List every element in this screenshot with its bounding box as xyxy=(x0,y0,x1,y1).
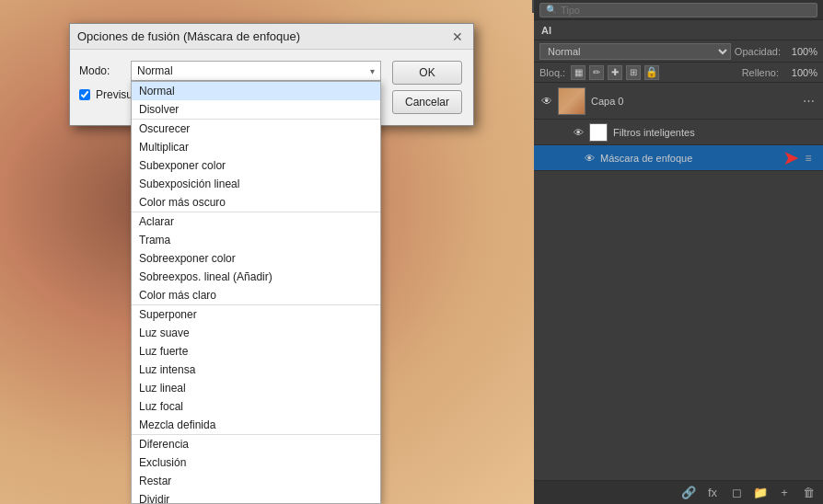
right-panel: 🔍 AI Normal Opacidad: 100% Bloq.: ▦ ✏ ✚ … xyxy=(534,0,823,504)
dropdown-item-dividir[interactable]: Dividir xyxy=(132,490,380,504)
dropdown-item-restar[interactable]: Restar xyxy=(132,472,380,490)
dialog-left: Modo: Normal ▾ Normal Disolver xyxy=(79,61,381,114)
sublayer-name-mascara: Máscara de enfoque xyxy=(600,153,779,164)
lock-position-button[interactable]: ✚ xyxy=(608,65,622,80)
dialog-close-button[interactable]: ✕ xyxy=(449,29,466,45)
dropdown-item-oscurecer[interactable]: Oscurecer xyxy=(132,120,380,138)
blend-options-dialog: Opciones de fusión (Máscara de enfoque) … xyxy=(69,23,474,126)
layers-bottom: 🔗 fx ◻ 📁 + 🗑 xyxy=(534,480,823,504)
dialog-right: OK Cancelar xyxy=(390,61,464,114)
sublayer-thumb-smart-filters xyxy=(589,123,608,142)
ok-button[interactable]: OK xyxy=(392,61,462,85)
preview-checkbox[interactable] xyxy=(79,89,90,100)
top-bar: 🔍 xyxy=(534,0,823,20)
layer-item-capa0[interactable]: 👁 Capa 0 ⋯ xyxy=(534,83,823,120)
dropdown-item-trama[interactable]: Trama xyxy=(132,231,380,249)
dropdown-item-multiplicar[interactable]: Multiplicar xyxy=(132,138,380,156)
dropdown-item-luz-focal[interactable]: Luz focal xyxy=(132,397,380,416)
dropdown-item-exclusion[interactable]: Exclusión xyxy=(132,453,380,472)
dropdown-list[interactable]: Normal Disolver Oscurecer Multiplicar Su… xyxy=(131,81,381,504)
layer-item-smart-filters[interactable]: 👁 Filtros inteligentes xyxy=(534,120,823,145)
link-layers-button[interactable]: 🔗 xyxy=(679,484,698,502)
dropdown-item-superponer[interactable]: Superponer xyxy=(132,305,380,324)
cancel-button[interactable]: Cancelar xyxy=(392,90,462,114)
mode-label: Modo: xyxy=(79,64,125,77)
lock-all-button[interactable]: 🔒 xyxy=(644,65,659,80)
layer-thumb-capa0 xyxy=(558,87,585,115)
add-style-button[interactable]: fx xyxy=(703,484,722,502)
dropdown-item-sobreexponer-color[interactable]: Sobreexponer color xyxy=(132,249,380,268)
dropdown-group-4: Superponer Luz suave Luz fuerte Luz inte… xyxy=(132,305,380,435)
sublayer-name-smart-filters: Filtros inteligentes xyxy=(613,127,817,138)
sublayer-settings-mascara[interactable]: ≡ xyxy=(799,149,817,167)
dropdown-item-luz-suave[interactable]: Luz suave xyxy=(132,324,380,342)
lock-image-button[interactable]: ✏ xyxy=(589,65,604,80)
eye-icon-smart-filters: 👁 xyxy=(574,127,584,138)
eye-icon-mascara: 👁 xyxy=(585,153,595,164)
search-bar[interactable]: 🔍 xyxy=(539,3,817,17)
layer-name-capa0: Capa 0 xyxy=(591,96,797,107)
dialog-titlebar: Opciones de fusión (Máscara de enfoque) … xyxy=(70,24,473,50)
lock-artboard-button[interactable]: ⊞ xyxy=(626,65,641,80)
dropdown-item-disolver[interactable]: Disolver xyxy=(132,100,380,119)
dropdown-item-color-mas-claro[interactable]: Color más claro xyxy=(132,286,380,304)
search-input[interactable] xyxy=(561,5,811,16)
dropdown-item-luz-lineal[interactable]: Luz lineal xyxy=(132,379,380,397)
dropdown-item-normal[interactable]: Normal xyxy=(132,82,380,100)
opacity-value: 100% xyxy=(784,46,817,57)
lock-label: Bloq.: xyxy=(539,67,565,78)
new-group-button[interactable]: 📁 xyxy=(751,484,770,502)
fill-label: Relleno: xyxy=(742,67,779,78)
settings-icon-capa0: ⋯ xyxy=(803,94,815,108)
dropdown-item-color-mas-oscuro[interactable]: Color más oscuro xyxy=(132,193,380,212)
dropdown-item-aclarar[interactable]: Aclarar xyxy=(132,212,380,231)
settings-icon-mascara: ≡ xyxy=(805,152,811,165)
layer-eye-capa0[interactable]: 👁 xyxy=(539,94,554,109)
new-layer-button[interactable]: + xyxy=(775,484,794,502)
search-icon: 🔍 xyxy=(546,5,557,15)
blend-row: Normal Opacidad: 100% xyxy=(534,40,823,63)
layer-info-capa0: Capa 0 xyxy=(591,96,797,107)
dropdown-item-subexposicion-lineal[interactable]: Subexposición lineal xyxy=(132,175,380,193)
dropdown-item-sobreexpos-lineal[interactable]: Sobreexpos. lineal (Añadir) xyxy=(132,268,380,286)
opacity-label: Opacidad: xyxy=(735,46,781,57)
dropdown-item-subexponer-color[interactable]: Subexponer color xyxy=(132,156,380,175)
sublayer-eye-smart-filters[interactable]: 👁 xyxy=(571,125,585,140)
layers-list: 👁 Capa 0 ⋯ 👁 Filtros inteligentes 👁 Másc… xyxy=(534,83,823,480)
dialog-body: Modo: Normal ▾ Normal Disolver xyxy=(70,50,473,125)
layer-options-capa0[interactable]: ⋯ xyxy=(799,92,817,110)
layers-panel-title: AI xyxy=(541,25,551,36)
mode-dropdown-value: Normal xyxy=(137,64,173,77)
eye-icon-capa0: 👁 xyxy=(541,95,552,108)
mode-dropdown: Normal ▾ Normal Disolver Oscurecer xyxy=(131,61,381,81)
red-arrow-icon: ➤ xyxy=(782,146,799,170)
dropdown-item-luz-fuerte[interactable]: Luz fuerte xyxy=(132,342,380,361)
lock-icons: ▦ ✏ ✚ ⊞ 🔒 xyxy=(571,65,659,80)
dialog-title: Opciones de fusión (Máscara de enfoque) xyxy=(77,29,300,43)
layers-panel-header: AI xyxy=(534,20,823,40)
dropdown-item-luz-intensa[interactable]: Luz intensa xyxy=(132,361,380,379)
dropdown-group-1: Normal Disolver xyxy=(132,82,380,120)
blend-mode-select[interactable]: Normal xyxy=(539,43,731,60)
dropdown-group-5: Diferencia Exclusión Restar Dividir xyxy=(132,435,380,504)
dropdown-item-diferencia[interactable]: Diferencia xyxy=(132,435,380,453)
add-mask-button[interactable]: ◻ xyxy=(727,484,746,502)
lock-transparency-button[interactable]: ▦ xyxy=(571,65,585,80)
delete-layer-button[interactable]: 🗑 xyxy=(799,484,817,502)
mode-row: Modo: Normal ▾ Normal Disolver xyxy=(79,61,381,81)
lock-row: Bloq.: ▦ ✏ ✚ ⊞ 🔒 Relleno: 100% xyxy=(534,63,823,83)
dropdown-group-2: Oscurecer Multiplicar Subexponer color S… xyxy=(132,120,380,212)
fill-value: 100% xyxy=(784,67,817,78)
dropdown-item-mezcla-definida[interactable]: Mezcla definida xyxy=(132,416,380,434)
layer-item-mascara[interactable]: 👁 Máscara de enfoque ➤ ≡ xyxy=(534,145,823,171)
mode-dropdown-button[interactable]: Normal ▾ xyxy=(131,61,381,81)
sublayer-eye-mascara[interactable]: 👁 xyxy=(582,151,597,166)
chevron-down-icon: ▾ xyxy=(370,66,375,76)
dropdown-group-3: Aclarar Trama Sobreexponer color Sobreex… xyxy=(132,212,380,305)
